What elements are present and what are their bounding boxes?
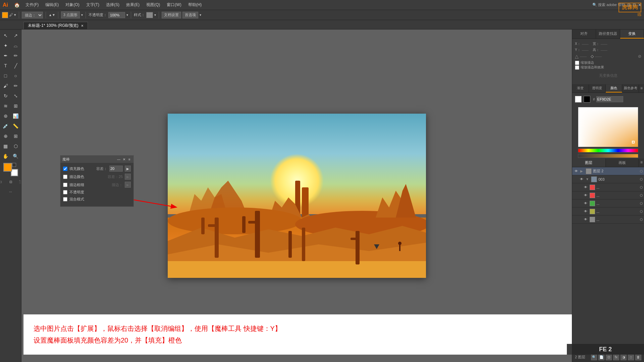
arrow-up-icon[interactable]: ▲▼ — [49, 13, 55, 17]
line-tool[interactable]: ╱ — [11, 61, 20, 70]
stroke-tolerance-arrow[interactable]: ▶ — [125, 174, 131, 180]
point-type-dropdown[interactable]: ▾ — [81, 13, 83, 17]
scale-effects-cb[interactable] — [575, 65, 579, 70]
layer-item-red2[interactable]: 👁 ... — [572, 191, 644, 199]
direct-select-tool[interactable]: ↗ — [11, 31, 20, 40]
normal-mode[interactable]: □ — [0, 177, 5, 186]
warp-tool[interactable]: ≋ — [1, 101, 10, 111]
menu-window[interactable]: 窗口(W) — [164, 1, 184, 8]
layer-item-red1[interactable]: 👁 ... — [572, 183, 644, 191]
green-visibility[interactable]: 👁 — [583, 201, 588, 206]
003-visibility[interactable]: 👁 — [579, 177, 584, 182]
scale-tool[interactable]: ⤡ — [11, 91, 20, 101]
layers-tab-layers[interactable]: 图层 — [572, 159, 606, 167]
layers-delete-btn[interactable]: 🗑 — [635, 354, 641, 360]
tab-color-ref[interactable]: 颜色参考 — [622, 84, 639, 93]
layers-panel-menu[interactable]: ≡ — [639, 159, 644, 167]
pen-options[interactable]: ✏ — [11, 51, 20, 60]
opacity-bar[interactable] — [578, 154, 638, 158]
rect-tool[interactable]: □ — [1, 71, 10, 80]
layers-adjust-btn[interactable]: ◑ — [621, 354, 627, 360]
layer2-expand[interactable]: ▶ — [580, 169, 584, 173]
text-tool[interactable]: T — [1, 61, 10, 70]
opacity-dropdown[interactable]: ▾ — [126, 13, 128, 17]
eyedropper-tool[interactable]: 💉 — [1, 121, 10, 131]
free-transform[interactable]: ⊞ — [11, 101, 20, 111]
pencil-tool[interactable]: ✏ — [11, 81, 20, 90]
tab-align[interactable]: 对齐 — [572, 29, 596, 39]
hex-input[interactable] — [596, 96, 623, 102]
pen-tool[interactable]: ✒ — [1, 51, 10, 60]
tolerance-input[interactable] — [109, 166, 123, 172]
shape-builder[interactable]: ⬡ — [11, 141, 20, 151]
menu-file[interactable]: 文件(F) — [23, 1, 41, 8]
layers-fx-btn[interactable]: fx — [613, 354, 619, 360]
layers-tab-artboards[interactable]: 画板 — [606, 159, 639, 167]
layers-mask-btn[interactable]: ⊡ — [606, 354, 612, 360]
menu-select[interactable]: 选择(S) — [103, 1, 122, 8]
menu-object[interactable]: 对象(O) — [63, 1, 82, 8]
layers-new-btn[interactable]: 📄 — [598, 354, 604, 360]
magic-wand-tool-btn[interactable]: ✦ — [1, 41, 10, 50]
mesh-tool[interactable]: ⊞ — [11, 131, 20, 141]
tab-transform[interactable]: 变换 — [620, 29, 644, 39]
fill-color-swatch[interactable] — [2, 12, 8, 18]
yellow-visibility[interactable]: 👁 — [583, 209, 588, 214]
tab-color[interactable]: 颜色 — [606, 84, 623, 93]
artwork-canvas[interactable] — [168, 114, 426, 278]
ellipse-tool[interactable]: ○ — [11, 71, 20, 80]
menu-text[interactable]: 文字(T) — [84, 1, 102, 8]
black-swatch[interactable] — [584, 96, 590, 103]
layer-item-layer2[interactable]: 👁 ▶ 图层 2 — [572, 167, 644, 175]
opacity-value[interactable]: 100% — [108, 12, 125, 18]
magic-wand-title-bar[interactable]: 魔棒 — ✕ ≡ — [60, 156, 133, 163]
style-dropdown[interactable]: ▾ — [154, 13, 156, 17]
lasso-tool[interactable]: ⌓ — [11, 41, 20, 50]
layer-item-gray[interactable]: 👁 ... — [572, 216, 644, 224]
panel-close[interactable]: ✕ — [122, 157, 126, 161]
symbol-tool[interactable]: ⊛ — [1, 111, 10, 121]
tab-gradient[interactable]: 渐变 — [572, 84, 589, 93]
brush-tool[interactable]: 🖌 — [1, 81, 10, 90]
panel-minimize[interactable]: — — [117, 157, 121, 161]
blend-mode-select[interactable]: 描边： — [22, 12, 43, 18]
zoom-tool[interactable]: 🔍 — [11, 152, 20, 161]
select-tool[interactable]: ↖ — [1, 31, 10, 40]
graph-tool[interactable]: 📊 — [11, 111, 20, 121]
white-swatch[interactable] — [575, 96, 582, 103]
foreground-color[interactable] — [3, 163, 12, 172]
tolerance-arrow[interactable]: ▶ — [125, 166, 131, 172]
measure-tool[interactable]: 📏 — [11, 121, 20, 131]
opacity-checkbox[interactable] — [63, 190, 67, 194]
red1-visibility[interactable]: 👁 — [583, 185, 588, 190]
stroke-width-checkbox[interactable] — [63, 183, 67, 187]
tab-pathfinder[interactable]: 路径查找器 — [596, 29, 620, 39]
doc-settings-btn[interactable]: 文档设置 — [162, 12, 181, 18]
preferences-btn[interactable]: 首选项 — [182, 12, 198, 18]
gray-visibility[interactable]: 👁 — [583, 217, 588, 222]
layer-item-green[interactable]: 👁 ... — [572, 199, 644, 207]
rotate-tool[interactable]: ↻ — [1, 91, 10, 101]
menu-effect[interactable]: 效果(E) — [123, 1, 142, 8]
hand-tool[interactable]: ✋ — [1, 152, 10, 161]
layer2-visibility[interactable]: 👁 — [574, 169, 579, 174]
tab-transparency[interactable]: 透明度 — [589, 84, 606, 93]
menu-view[interactable]: 视图(Q) — [144, 1, 163, 8]
panel-menu[interactable]: ≡ — [127, 157, 131, 161]
red2-visibility[interactable]: 👁 — [583, 193, 588, 198]
menu-help[interactable]: 帮助(H) — [185, 1, 205, 8]
layer-item-yellow[interactable]: 👁 ... — [572, 207, 644, 216]
swap-colors[interactable] — [12, 163, 16, 167]
gradient-tool[interactable]: ▦ — [1, 141, 10, 151]
color-picker-handle[interactable] — [632, 141, 635, 143]
brush-options[interactable]: 🖊 ▾ — [9, 13, 16, 17]
more-tools[interactable]: ··· — [6, 187, 15, 196]
style-swatch[interactable] — [146, 12, 153, 18]
stroke-color-checkbox[interactable] — [63, 175, 67, 179]
hue-bar[interactable] — [578, 148, 638, 153]
003-expand[interactable]: ▼ — [586, 177, 590, 181]
blend-tool[interactable]: ⊕ — [1, 131, 10, 141]
home-icon[interactable]: 🏠 — [12, 0, 21, 10]
stroke-width-arrow[interactable]: ▶ — [125, 182, 131, 188]
preferences-dropdown[interactable]: ▾ — [200, 13, 201, 17]
